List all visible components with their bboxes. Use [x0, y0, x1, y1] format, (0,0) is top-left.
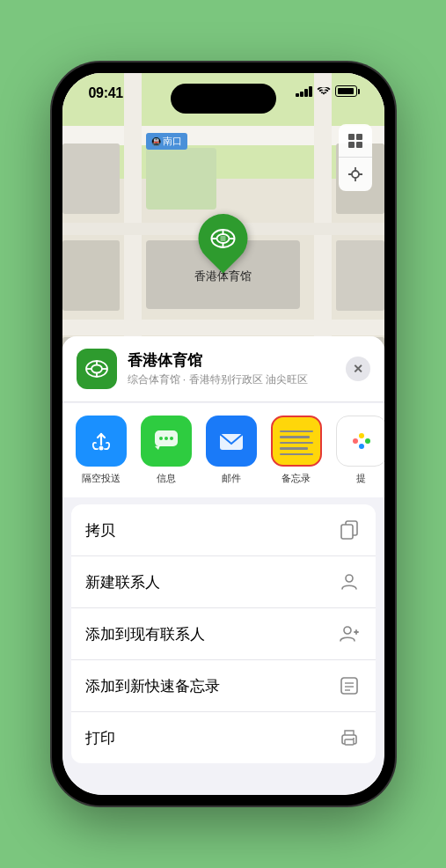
notes-icon — [271, 416, 322, 467]
svg-point-29 — [359, 433, 364, 438]
close-button[interactable]: ✕ — [346, 357, 370, 381]
svg-rect-8 — [356, 134, 362, 140]
svg-point-31 — [359, 444, 364, 449]
svg-rect-10 — [356, 142, 362, 148]
svg-point-28 — [353, 438, 358, 444]
battery-icon — [335, 85, 360, 97]
action-add-contact[interactable]: 添加到现有联系人 — [71, 608, 376, 660]
svg-rect-6 — [221, 236, 226, 241]
stadium-marker: 香港体育馆 — [194, 214, 252, 284]
action-copy-label: 拷贝 — [85, 520, 115, 541]
svg-point-17 — [91, 365, 102, 373]
copy-icon — [337, 518, 362, 542]
svg-point-30 — [365, 438, 370, 444]
svg-point-11 — [352, 171, 359, 178]
action-add-contact-label: 添加到现有联系人 — [85, 624, 205, 644]
svg-point-44 — [353, 738, 355, 739]
map-layer-button[interactable] — [339, 124, 372, 158]
person-add-icon — [337, 622, 362, 646]
status-icons — [296, 85, 360, 97]
action-print[interactable]: 打印 — [71, 712, 376, 763]
place-subtitle: 综合体育馆 · 香港特别行政区 油尖旺区 — [128, 372, 335, 387]
svg-rect-38 — [341, 678, 357, 694]
svg-point-35 — [344, 627, 351, 634]
status-time: 09:41 — [89, 85, 123, 101]
svg-rect-33 — [341, 525, 353, 539]
message-icon — [141, 416, 192, 467]
action-quick-note[interactable]: 添加到新快速备忘录 — [71, 660, 376, 712]
svg-point-25 — [165, 437, 168, 440]
action-list: 拷贝 新建联系人 — [71, 504, 376, 763]
mail-label: 邮件 — [222, 472, 241, 485]
action-copy[interactable]: 拷贝 — [71, 504, 376, 556]
place-header: 香港体育馆 综合体育馆 · 香港特别行政区 油尖旺区 ✕ — [62, 336, 384, 402]
station-label: 🚇南口 — [146, 133, 187, 150]
wifi-icon — [317, 86, 331, 97]
note-icon — [337, 673, 362, 698]
airdrop-label: 隔空投送 — [82, 472, 121, 485]
share-item-airdrop[interactable]: 隔空投送 — [71, 416, 131, 485]
airdrop-icon — [76, 416, 127, 467]
share-row: 隔空投送 信息 — [62, 403, 384, 497]
svg-point-26 — [170, 437, 173, 440]
share-item-notes[interactable]: 备忘录 — [267, 416, 326, 485]
action-new-contact[interactable]: 新建联系人 — [71, 556, 376, 608]
share-item-mail[interactable]: 邮件 — [201, 416, 261, 485]
svg-rect-9 — [348, 142, 355, 148]
place-icon — [77, 349, 117, 389]
action-new-contact-label: 新建联系人 — [85, 572, 160, 592]
location-button[interactable] — [339, 158, 372, 191]
svg-point-34 — [346, 575, 353, 582]
bottom-sheet: 香港体育馆 综合体育馆 · 香港特别行政区 油尖旺区 ✕ — [62, 336, 384, 795]
signal-icon — [296, 86, 312, 97]
mail-icon — [206, 416, 257, 467]
action-print-label: 打印 — [85, 728, 115, 748]
svg-rect-7 — [348, 134, 355, 140]
message-label: 信息 — [157, 472, 176, 485]
svg-point-22 — [99, 446, 103, 451]
more-icon — [336, 416, 384, 467]
marker-pin — [188, 203, 258, 273]
svg-rect-43 — [345, 739, 354, 745]
place-name: 香港体育馆 — [128, 350, 335, 371]
svg-point-24 — [159, 437, 163, 440]
map-controls — [339, 124, 372, 191]
notes-label: 备忘录 — [281, 472, 311, 485]
share-item-more[interactable]: 提 — [332, 416, 384, 485]
more-label: 提 — [356, 472, 366, 485]
action-quick-note-label: 添加到新快速备忘录 — [85, 676, 220, 696]
print-icon — [337, 725, 362, 750]
phone-frame: 09:41 — [52, 63, 395, 805]
phone-screen: 09:41 — [62, 73, 384, 795]
person-icon — [337, 570, 362, 594]
close-icon: ✕ — [353, 362, 363, 376]
dynamic-island — [171, 84, 276, 114]
share-item-message[interactable]: 信息 — [136, 416, 196, 485]
place-info: 香港体育馆 综合体育馆 · 香港特别行政区 油尖旺区 — [128, 350, 335, 387]
